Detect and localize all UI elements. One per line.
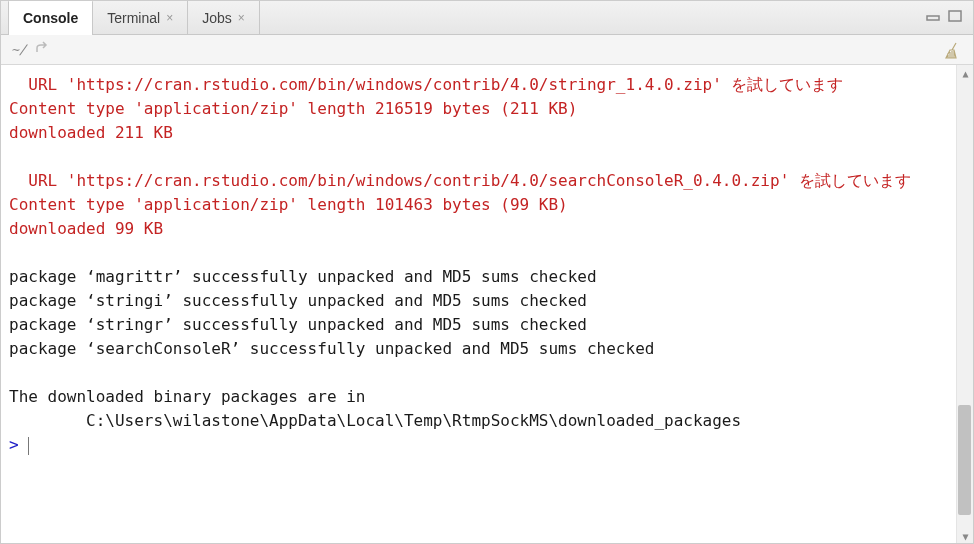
minimize-button[interactable] (923, 7, 943, 25)
output-line: package ‘magrittr’ successfully unpacked… (9, 267, 597, 286)
console-prompt[interactable]: > (9, 435, 28, 454)
tab-terminal[interactable]: Terminal × (93, 1, 188, 35)
tab-jobs-label: Jobs (202, 10, 232, 26)
output-line: package ‘searchConsoleR’ successfully un… (9, 339, 654, 358)
maximize-button[interactable] (945, 7, 965, 25)
share-icon[interactable] (35, 41, 51, 58)
scroll-up-button[interactable]: ▲ (957, 65, 973, 82)
console-output[interactable]: URL 'https://cran.rstudio.com/bin/window… (1, 65, 973, 544)
close-icon[interactable]: × (238, 11, 245, 25)
scroll-down-button[interactable]: ▼ (957, 528, 973, 544)
scroll-thumb[interactable] (958, 405, 971, 515)
svg-rect-0 (927, 16, 939, 20)
working-directory: ~/ (11, 42, 27, 57)
output-line: Content type 'application/zip' length 10… (9, 195, 568, 214)
tab-terminal-label: Terminal (107, 10, 160, 26)
output-line: C:\Users\wilastone\AppData\Local\Temp\Rt… (9, 411, 741, 430)
console-body: URL 'https://cran.rstudio.com/bin/window… (1, 65, 973, 544)
clear-console-button[interactable] (943, 40, 963, 63)
output-line: URL 'https://cran.rstudio.com/bin/window… (9, 75, 843, 94)
output-line: package ‘stringi’ successfully unpacked … (9, 291, 587, 310)
cursor (28, 437, 29, 455)
output-line: package ‘stringr’ successfully unpacked … (9, 315, 587, 334)
tab-console[interactable]: Console (8, 0, 93, 35)
output-line: downloaded 99 KB (9, 219, 163, 238)
scrollbar[interactable]: ▲ ▼ (956, 65, 973, 544)
output-line: downloaded 211 KB (9, 123, 173, 142)
tab-console-label: Console (23, 10, 78, 26)
output-line: Content type 'application/zip' length 21… (9, 99, 577, 118)
tab-bar: Console Terminal × Jobs × (1, 1, 973, 35)
window-controls (923, 7, 965, 25)
close-icon[interactable]: × (166, 11, 173, 25)
output-line: The downloaded binary packages are in (9, 387, 365, 406)
output-line: URL 'https://cran.rstudio.com/bin/window… (9, 171, 911, 190)
tab-jobs[interactable]: Jobs × (188, 1, 260, 35)
svg-rect-1 (949, 11, 961, 21)
console-toolbar: ~/ (1, 35, 973, 65)
